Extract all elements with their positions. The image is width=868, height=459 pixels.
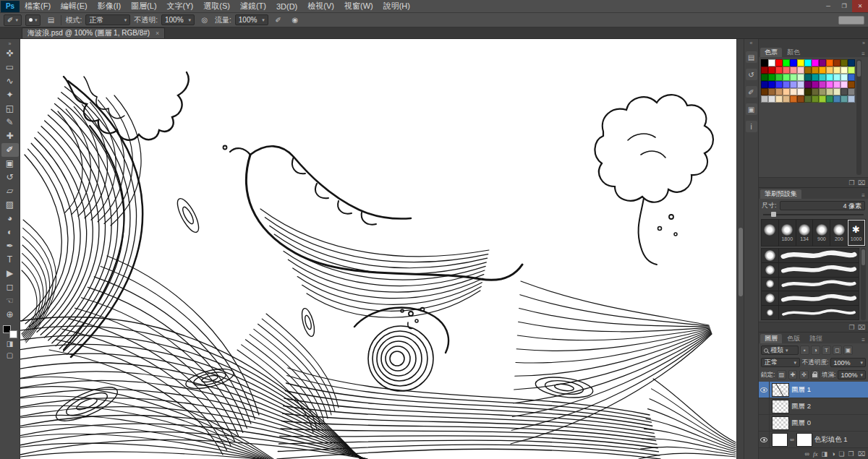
pressure-size-icon[interactable]: ◉ — [289, 14, 302, 25]
color-swatch[interactable] — [797, 81, 804, 88]
properties-panel-icon[interactable]: ▤ — [746, 51, 757, 63]
color-swatch[interactable] — [826, 88, 833, 95]
color-swatch[interactable] — [833, 95, 841, 103]
tab-paths[interactable]: 路徑 — [805, 334, 827, 343]
color-swatch[interactable] — [768, 59, 775, 67]
hand-tool[interactable]: ☜ — [1, 294, 19, 308]
blend-mode-select-optionsbar[interactable]: 正常 ▾ — [85, 14, 130, 25]
color-swatch[interactable] — [826, 74, 833, 81]
color-swatch[interactable] — [833, 59, 841, 67]
adjustment-layer-icon[interactable]: ◑ — [831, 450, 835, 458]
color-swatch[interactable] — [804, 59, 812, 67]
color-swatch[interactable] — [848, 74, 855, 81]
crop-tool[interactable]: ◱ — [1, 102, 19, 116]
add-mask-icon[interactable]: ◨ — [822, 450, 828, 458]
close-tab-icon[interactable]: × — [156, 30, 159, 37]
brush-list-scrollbar[interactable] — [861, 248, 866, 320]
scrollbar-thumb[interactable] — [739, 228, 743, 296]
color-swatch[interactable] — [768, 74, 775, 81]
filter-smart-icon[interactable]: ▣ — [843, 346, 853, 355]
brush-stroke-row-1[interactable] — [762, 249, 859, 263]
color-swatch[interactable] — [761, 67, 768, 74]
color-swatch[interactable] — [841, 59, 848, 67]
tool-preset-picker[interactable]: ✐ ▾ — [4, 14, 22, 26]
layer-row-4[interactable]: ∞色彩填色 1 — [759, 432, 868, 447]
tab-color[interactable]: 顏色 — [783, 48, 804, 57]
color-swatch[interactable] — [819, 95, 826, 103]
blur-tool[interactable]: ◕ — [1, 212, 19, 226]
screen-mode-icon[interactable]: ▢ — [1, 350, 19, 361]
menu-item-1[interactable]: 檔案(F) — [20, 1, 56, 12]
layer-row-3[interactable]: 圖層 0 — [759, 415, 868, 432]
color-swatch[interactable] — [841, 95, 848, 103]
color-swatch[interactable] — [768, 81, 775, 88]
color-swatch[interactable] — [768, 95, 775, 103]
layer-visibility-toggle[interactable] — [759, 415, 770, 431]
pen-tool[interactable]: ✒ — [1, 239, 19, 253]
color-swatch[interactable] — [833, 67, 841, 74]
color-swatch[interactable] — [812, 88, 819, 95]
color-swatch[interactable] — [783, 81, 790, 88]
color-swatch[interactable] — [790, 67, 797, 74]
new-layer-icon[interactable]: ❐ — [848, 450, 854, 458]
slider-thumb[interactable] — [771, 212, 776, 217]
quick-mask-icon[interactable]: ◨ — [1, 338, 19, 350]
color-swatch[interactable] — [804, 74, 812, 81]
menu-item-2[interactable]: 編輯(E) — [56, 1, 93, 12]
color-swatch[interactable] — [833, 88, 841, 95]
color-swatch[interactable] — [812, 74, 819, 81]
brush-stroke-row-4[interactable] — [762, 291, 859, 306]
brush-stroke-row-3[interactable] — [762, 278, 859, 292]
panel-menu-icon[interactable]: ≡ — [861, 192, 867, 199]
color-swatch[interactable] — [790, 88, 797, 95]
new-swatch-button[interactable]: ❐ — [849, 179, 855, 186]
airbrush-icon[interactable]: ✐ — [272, 14, 285, 25]
menu-item-4[interactable]: 圖層(L) — [126, 1, 161, 12]
color-swatch[interactable] — [775, 67, 783, 74]
delete-layer-icon[interactable]: ⌧ — [858, 450, 865, 458]
color-swatch[interactable] — [848, 95, 855, 103]
close-button[interactable]: ✕ — [852, 0, 868, 12]
maximize-button[interactable]: ❐ — [836, 0, 852, 12]
color-swatch[interactable] — [804, 81, 812, 88]
color-swatch[interactable] — [819, 88, 826, 95]
info-panel-icon[interactable]: i — [746, 121, 757, 132]
history-panel-icon[interactable]: ↺ — [746, 69, 757, 80]
color-swatch[interactable] — [775, 74, 783, 81]
color-swatch[interactable] — [775, 95, 783, 103]
clone-stamp-tool[interactable]: ▣ — [1, 157, 19, 171]
layer-thumbnail[interactable] — [772, 416, 789, 430]
color-swatch[interactable] — [797, 88, 804, 95]
color-swatch[interactable] — [833, 74, 841, 81]
menu-item-6[interactable]: 選取(S) — [198, 1, 235, 12]
color-swatch[interactable] — [826, 81, 833, 88]
scrollbar-thumb[interactable] — [861, 249, 865, 265]
color-swatch[interactable] — [775, 88, 783, 95]
lock-transparency-icon[interactable]: ▨ — [777, 370, 786, 379]
color-swatch[interactable] — [819, 74, 826, 81]
panel-menu-icon[interactable]: ≡ — [861, 51, 867, 57]
brush-preset-picker[interactable]: ▾ — [25, 14, 41, 26]
color-swatch[interactable] — [819, 59, 826, 67]
layer-visibility-icon[interactable] — [759, 432, 770, 447]
eraser-tool[interactable]: ▱ — [1, 184, 19, 198]
workspace-button[interactable] — [838, 16, 864, 25]
color-swatch[interactable] — [812, 59, 819, 67]
color-swatch[interactable] — [826, 67, 833, 74]
brush-tip-5[interactable]: 200 — [830, 220, 848, 246]
tab-channels[interactable]: 色版 — [783, 334, 804, 343]
color-swatch[interactable] — [804, 88, 812, 95]
color-swatch[interactable] — [768, 88, 775, 95]
color-swatch[interactable] — [783, 74, 790, 81]
color-swatch[interactable] — [783, 95, 790, 103]
menu-item-9[interactable]: 檢視(V) — [302, 1, 339, 12]
brush-settings-panel-icon[interactable]: ✐ — [746, 86, 757, 98]
layer-fill-select[interactable]: 100% ▾ — [838, 370, 866, 379]
move-tool[interactable]: ✜ — [1, 47, 19, 61]
canvas[interactable] — [20, 39, 736, 459]
lock-all-icon[interactable] — [811, 370, 820, 379]
color-swatch[interactable] — [761, 81, 768, 88]
color-swatch[interactable] — [819, 81, 826, 88]
filter-shape-icon[interactable]: ◻ — [833, 346, 842, 355]
eyedropper-tool[interactable]: ✎ — [1, 116, 19, 129]
